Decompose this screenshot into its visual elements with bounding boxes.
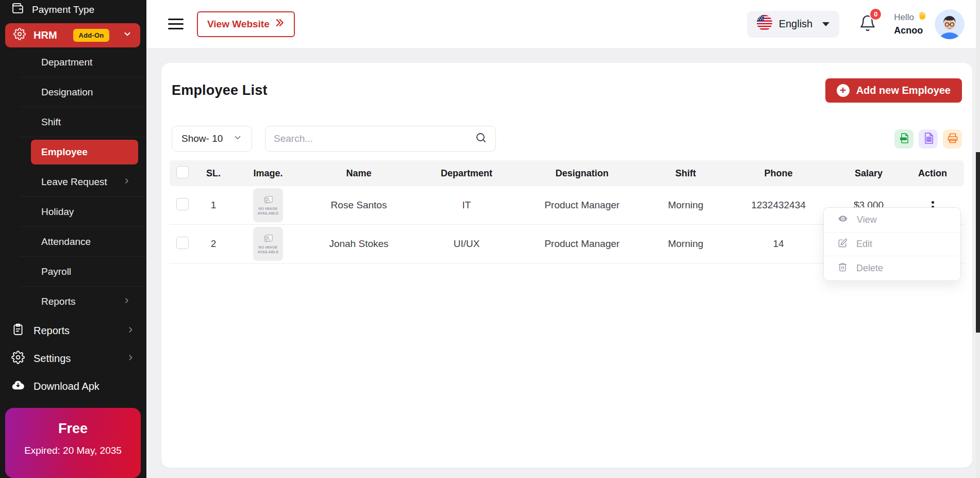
sidebar-item-holiday[interactable]: Holiday	[20, 197, 146, 227]
addon-badge: Add-On	[73, 29, 110, 42]
hrm-submenu: Department Designation Shift Employee Le…	[0, 47, 146, 317]
cell-name: Jonah Stokes	[302, 238, 416, 250]
view-website-button[interactable]: View Website	[197, 11, 295, 37]
hamburger-menu-icon[interactable]	[168, 19, 184, 29]
language-selector[interactable]: English	[747, 11, 840, 38]
gear-icon	[11, 351, 25, 367]
sidebar-item-payment-type[interactable]: Payment Type	[0, 0, 146, 20]
eye-icon	[838, 213, 848, 226]
notifications-button[interactable]: 0	[859, 14, 876, 34]
license-expiry: Expired: 20 May, 2035	[10, 445, 136, 456]
cell-sl: 1	[192, 200, 235, 211]
chevron-down-icon	[233, 133, 242, 145]
sidebar-item-hrm-reports[interactable]: Reports	[20, 287, 146, 317]
search-box	[265, 126, 496, 152]
row-checkbox[interactable]	[176, 198, 189, 210]
cell-sl: 2	[192, 238, 235, 250]
license-plan: Free	[10, 421, 136, 437]
sidebar-item-attendance[interactable]: Attendance	[20, 227, 146, 257]
action-menu-edit[interactable]: Edit	[824, 232, 960, 256]
row-checkbox[interactable]	[176, 237, 189, 249]
hrm-gear-icon	[13, 28, 26, 43]
select-all-checkbox[interactable]	[176, 166, 189, 178]
sidebar-item-payroll[interactable]: Payroll	[20, 257, 146, 287]
sidebar-item-settings[interactable]: Settings	[0, 345, 146, 372]
sidebar-item-label: Payment Type	[32, 4, 94, 15]
table-header-row: SL. Image. Name Department Designation S…	[170, 160, 964, 186]
cell-department: UI/UX	[416, 238, 517, 250]
spreadsheet-file-icon	[922, 132, 935, 146]
export-excel-button[interactable]	[919, 129, 938, 149]
waving-hand-icon	[917, 11, 926, 24]
sidebar: Payment Type HRM Add-On Department Desig…	[0, 0, 146, 478]
chevron-down-icon	[123, 29, 132, 41]
printer-icon	[946, 132, 959, 146]
cell-designation: Product Manager	[517, 200, 647, 211]
sidebar-item-leave-request[interactable]: Leave Request	[20, 167, 146, 197]
sidebar-item-department[interactable]: Department	[20, 47, 146, 77]
sidebar-item-employee[interactable]: Employee	[31, 140, 138, 164]
cell-shift: Morning	[647, 238, 724, 250]
double-chevron-right-icon	[274, 18, 285, 30]
cell-name: Rose Santos	[302, 200, 416, 211]
trash-icon	[838, 262, 848, 274]
sidebar-item-designation[interactable]: Designation	[20, 77, 146, 107]
topbar: View Website English 0	[146, 0, 980, 48]
action-menu-delete[interactable]: Delete	[824, 256, 960, 280]
bell-icon	[859, 25, 876, 34]
sidebar-item-label: HRM	[34, 29, 57, 41]
cell-department: IT	[416, 200, 517, 211]
export-csv-button[interactable]: CSV	[894, 129, 913, 149]
caret-down-icon	[822, 22, 829, 26]
search-icon[interactable]	[475, 131, 487, 146]
username: Acnoo	[894, 24, 926, 37]
edit-pencil-icon	[838, 238, 848, 251]
plus-circle-icon: +	[837, 84, 850, 97]
sidebar-item-hrm[interactable]: HRM Add-On	[5, 23, 140, 47]
cell-designation: Product Manager	[517, 238, 647, 250]
sidebar-item-download-apk[interactable]: Download Apk	[0, 373, 146, 400]
sidebar-item-reports[interactable]: Reports	[0, 318, 146, 344]
sidebar-item-shift[interactable]: Shift	[20, 107, 146, 137]
action-menu-view[interactable]: View	[824, 208, 960, 232]
license-card[interactable]: Free Expired: 20 May, 2035	[5, 408, 141, 478]
chevron-right-icon	[126, 353, 135, 365]
page-scrollbar[interactable]	[976, 0, 980, 478]
chevron-right-icon	[126, 325, 135, 337]
avatar[interactable]	[935, 9, 965, 39]
search-input[interactable]	[274, 133, 475, 144]
cell-phone: 1232432434	[724, 200, 833, 211]
language-label: English	[779, 18, 813, 30]
clipboard-icon	[11, 323, 25, 339]
cell-phone: 14	[724, 238, 833, 250]
cell-shift: Morning	[647, 200, 724, 211]
chevron-right-icon	[123, 296, 131, 307]
user-greeting: Hello Acnoo	[894, 11, 926, 37]
page-scrollbar-thumb[interactable]	[976, 152, 980, 333]
app-root: Payment Type HRM Add-On Department Desig…	[0, 0, 980, 478]
print-button[interactable]	[943, 129, 962, 149]
svg-text:CSV: CSV	[901, 137, 906, 140]
action-dropdown-menu: View Edit Delete	[823, 207, 961, 281]
cloud-download-icon	[11, 378, 25, 394]
wallet-icon	[11, 2, 24, 18]
csv-file-icon: CSV	[898, 132, 910, 146]
us-flag-icon	[757, 15, 772, 33]
page-title: Employee List	[172, 83, 268, 98]
notification-count-badge: 0	[869, 8, 882, 21]
table-toolbar: Show- 10 CSV	[161, 126, 972, 152]
show-entries-select[interactable]: Show- 10	[172, 126, 252, 152]
chevron-right-icon	[123, 176, 131, 188]
add-new-employee-button[interactable]: + Add new Employee	[825, 78, 962, 103]
no-image-placeholder: NO IMAGE AVAILABLE	[253, 188, 283, 222]
no-image-placeholder: NO IMAGE AVAILABLE	[253, 227, 283, 261]
